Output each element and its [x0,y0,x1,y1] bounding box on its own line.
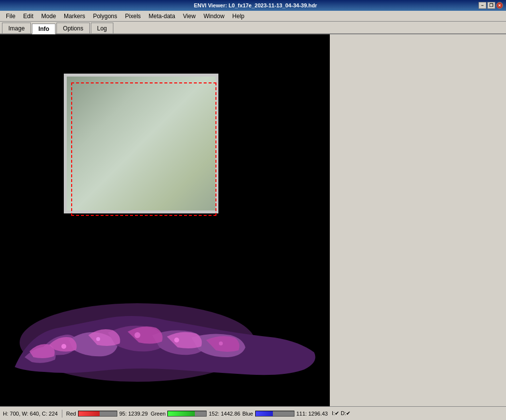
red-value: 95: 1239.29 [119,411,149,417]
red-label: Red [66,411,76,417]
tab-image[interactable]: Image [2,23,31,33]
svg-point-3 [134,332,140,338]
menu-item-edit[interactable]: Edit [19,11,37,21]
menu-item-pixels[interactable]: Pixels [121,11,145,21]
right-panel [330,34,506,406]
menu-item-polygons[interactable]: Polygons [89,11,121,21]
menu-item-markers[interactable]: Markers [60,11,89,21]
blue-bar [255,411,294,417]
menu-item-mode[interactable]: Mode [37,11,60,21]
hw-status: H: 700, W: 640, C: 224 [3,411,58,417]
mineral-specimen [0,289,319,377]
tab-log[interactable]: Log [91,23,113,33]
svg-point-4 [174,338,179,342]
minimize-button[interactable]: − [479,2,486,9]
tab-options[interactable]: Options [56,23,89,33]
close-button[interactable]: × [496,2,503,9]
menu-item-metadata[interactable]: Meta-data [145,11,179,21]
green-bar-fill [168,411,195,416]
menu-bar: FileEditModeMarkersPolygonsPixelsMeta-da… [0,11,506,22]
blue-label: Blue [242,411,253,417]
green-bar [167,411,207,417]
blue-bar-fill [256,411,273,416]
menu-item-file[interactable]: File [2,11,19,21]
image-canvas [0,34,330,406]
main-content [0,34,506,406]
red-bar [78,411,117,417]
image-panel [0,34,330,406]
menu-item-view[interactable]: View [179,11,200,21]
blue-value: 111: 1296.43 [296,411,328,417]
menu-item-help[interactable]: Help [228,11,248,21]
title-controls: − ❐ × [479,2,503,9]
divider-1 [62,410,62,418]
title-bar-text: ENVI Viewer: L0_fx17e_2023-11-13_04-34-3… [32,2,479,8]
red-bar-fill [79,411,100,416]
id-status: I:✔ D:✔ [332,410,350,417]
green-label: Green [151,411,166,417]
svg-point-5 [219,341,223,345]
calibration-target [64,74,218,213]
tab-info[interactable]: Info [32,24,55,34]
svg-point-1 [61,344,66,349]
status-bar: H: 700, W: 640, C: 224 Red 95: 1239.29 G… [0,406,506,420]
menu-item-window[interactable]: Window [200,11,229,21]
restore-button[interactable]: ❐ [487,2,495,9]
title-bar: ENVI Viewer: L0_fx17e_2023-11-13_04-34-3… [0,0,506,11]
svg-point-2 [96,337,100,341]
green-value: 152: 1442.86 [209,411,240,417]
tab-bar: Image Info Options Log [0,22,506,34]
